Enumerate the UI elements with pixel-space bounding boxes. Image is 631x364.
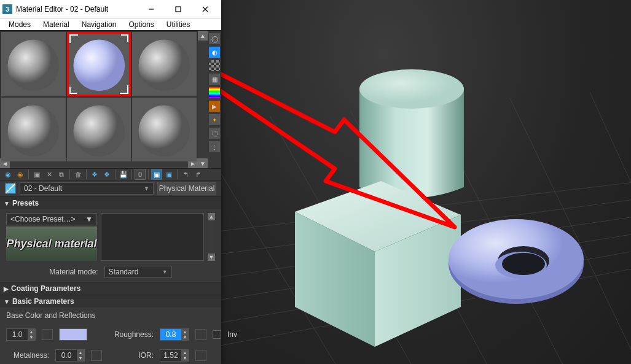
vscroll-down[interactable]: ▼	[198, 158, 208, 168]
ior-label: IOR:	[111, 351, 154, 360]
make-copy-icon[interactable]: ⧉	[56, 169, 67, 180]
ior-map[interactable]	[195, 350, 206, 361]
svg-point-23	[73, 40, 125, 91]
show-end-result-icon[interactable]: ▣	[163, 169, 174, 180]
caret-down-icon: ▼	[162, 269, 168, 275]
show-map-viewport-icon[interactable]: ▣	[151, 169, 162, 180]
sample-slot-2[interactable]	[67, 32, 131, 96]
preset-select[interactable]: <Choose Preset…> ▼	[6, 213, 97, 225]
presets-header[interactable]: ▼ Presets	[0, 197, 221, 209]
preset-select-value: <Choose Preset…>	[10, 215, 75, 223]
menu-modes[interactable]: Modes	[2, 19, 37, 30]
preset-scroll-up[interactable]: ▲	[208, 213, 215, 220]
spin-up-icon[interactable]: ▲	[181, 350, 189, 355]
svg-point-12	[359, 69, 464, 109]
sample-uv-icon[interactable]: ▦	[209, 74, 220, 85]
get-material-icon[interactable]: ◉	[2, 169, 14, 180]
base-weight-map[interactable]	[42, 329, 53, 340]
presets-rollout: ▼ Presets <Choose Preset…> ▼ Physical ma…	[0, 196, 221, 282]
backlight-icon[interactable]: ◐	[209, 47, 220, 58]
maximize-button[interactable]	[165, 0, 192, 18]
sample-slot-6[interactable]	[132, 98, 197, 162]
svg-point-24	[139, 40, 190, 91]
roughness-spinner[interactable]: ▲▼	[160, 328, 189, 341]
chevron-down-icon: ▼	[4, 200, 10, 207]
material-mode-value: Standard	[109, 268, 139, 276]
coating-header[interactable]: ▶ Coating Parameters	[0, 282, 221, 295]
material-id-icon[interactable]: 0	[135, 169, 146, 180]
inv-label: Inv	[227, 330, 237, 339]
assign-to-selection-icon[interactable]: ▣	[31, 169, 42, 180]
preset-scroll[interactable]: ▲ ▼	[208, 213, 215, 261]
preset-preview	[101, 213, 204, 261]
viewport-3d[interactable]	[221, 0, 631, 364]
delete-icon[interactable]: 🗑	[73, 169, 84, 180]
spin-down-icon[interactable]: ▼	[181, 335, 189, 340]
spin-down-icon[interactable]: ▼	[28, 335, 35, 340]
sample-slot-5[interactable]	[67, 98, 131, 162]
menu-navigation[interactable]: Navigation	[76, 19, 123, 30]
sample-slot-4[interactable]	[1, 98, 66, 162]
viewport-scene	[221, 0, 631, 364]
scene-torus[interactable]	[449, 219, 584, 304]
spin-down-icon[interactable]: ▼	[77, 355, 84, 361]
reset-map-icon[interactable]: ✕	[44, 169, 55, 180]
basic-header[interactable]: ▼ Basic Parameters	[0, 295, 221, 308]
material-name-row: 02 - Default ▼ Physical Material	[0, 180, 221, 196]
svg-point-26	[73, 105, 125, 157]
material-name-text: 02 - Default	[24, 184, 62, 193]
spin-up-icon[interactable]: ▲	[181, 329, 189, 335]
sample-slot-grid	[0, 31, 198, 158]
select-by-material-icon[interactable]: ⬚	[209, 128, 220, 139]
name-dropdown-icon[interactable]: ▼	[144, 185, 149, 192]
spin-down-icon[interactable]: ▼	[181, 355, 189, 361]
metalness-spinner[interactable]: ▲▼	[55, 349, 85, 362]
material-name-input[interactable]: 02 - Default ▼	[20, 182, 154, 195]
roughness-inv-checkbox[interactable]	[213, 330, 221, 339]
make-preview-icon[interactable]: ▶	[209, 101, 220, 112]
metalness-map[interactable]	[91, 350, 102, 361]
basic-title: Basic Parameters	[12, 297, 74, 306]
sample-type-icon[interactable]: ◯	[209, 33, 220, 44]
material-map-navigator-icon[interactable]: ⋮	[209, 141, 220, 152]
put-to-library-icon[interactable]: ❖	[101, 169, 112, 180]
minimize-button[interactable]	[138, 0, 165, 18]
close-button[interactable]	[192, 0, 219, 18]
preset-logo: Physical material	[6, 227, 97, 261]
go-to-parent-icon[interactable]: ↰	[180, 169, 191, 180]
background-icon[interactable]	[209, 60, 220, 71]
preset-scroll-down[interactable]: ▼	[208, 254, 215, 261]
basic-subtitle: Base Color and Reflections	[6, 311, 215, 320]
spin-up-icon[interactable]: ▲	[77, 350, 84, 355]
titlebar[interactable]: 3 Material Editor - 02 - Default	[0, 0, 221, 18]
vscroll-track[interactable]	[198, 41, 208, 158]
menu-material[interactable]: Material	[37, 19, 76, 30]
ior-spinner[interactable]: ▲▼	[160, 349, 189, 362]
put-to-scene-icon[interactable]: ◉	[15, 169, 26, 180]
base-weight-input[interactable]	[7, 329, 28, 340]
go-forward-icon[interactable]: ↱	[192, 169, 203, 180]
base-weight-spinner[interactable]: ▲▼	[6, 328, 36, 341]
make-unique-icon[interactable]: ❖	[89, 169, 100, 180]
options-icon[interactable]: ✦	[209, 114, 220, 125]
sample-slot-3[interactable]	[132, 32, 197, 96]
video-color-check-icon[interactable]	[209, 87, 220, 98]
material-type-button[interactable]: Physical Material	[157, 182, 216, 195]
roughness-map[interactable]	[195, 329, 206, 340]
ior-input[interactable]	[160, 350, 181, 361]
spin-up-icon[interactable]: ▲	[28, 329, 35, 335]
save-icon[interactable]: 💾	[118, 169, 129, 180]
menu-utilities[interactable]: Utilities	[160, 19, 197, 30]
vscroll-up[interactable]: ▲	[198, 31, 208, 41]
metalness-input[interactable]	[56, 350, 77, 361]
scene-cube[interactable]	[295, 181, 461, 347]
scene-cylinder[interactable]	[359, 69, 464, 198]
svg-line-11	[590, 92, 631, 364]
pick-from-object-icon[interactable]	[5, 183, 16, 194]
sample-slot-1[interactable]	[1, 32, 66, 96]
material-mode-select[interactable]: Standard ▼	[104, 266, 172, 278]
menu-options[interactable]: Options	[122, 19, 160, 30]
base-color-swatch[interactable]	[59, 328, 87, 341]
roughness-input[interactable]	[160, 329, 181, 340]
slot-vscroll[interactable]: ▲ ▼	[198, 31, 208, 168]
